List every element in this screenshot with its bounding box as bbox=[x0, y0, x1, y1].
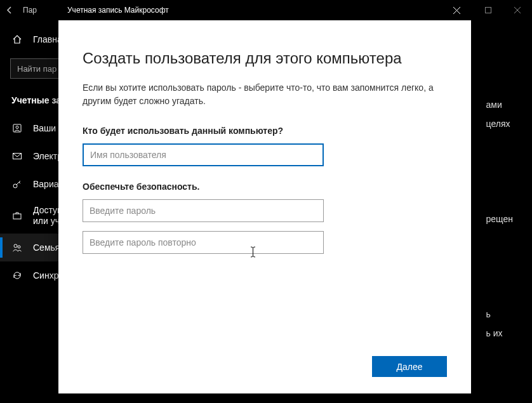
dialog-titlebar: Учетная запись Майкрософт bbox=[58, 0, 471, 20]
svg-point-5 bbox=[16, 126, 18, 129]
mail-icon bbox=[11, 150, 23, 162]
person-icon bbox=[11, 122, 23, 134]
close-button[interactable] bbox=[503, 0, 532, 20]
username-field[interactable] bbox=[83, 143, 324, 166]
key-icon bbox=[11, 178, 23, 190]
svg-rect-1 bbox=[486, 8, 491, 13]
settings-title: Пар bbox=[23, 6, 37, 15]
dialog-title: Учетная запись Майкрософт bbox=[67, 6, 169, 15]
security-label: Обеспечьте безопасность. bbox=[83, 182, 447, 192]
dialog-description: Если вы хотите использовать пароль - выб… bbox=[83, 81, 447, 108]
briefcase-icon bbox=[11, 210, 23, 221]
svg-point-9 bbox=[14, 244, 17, 248]
password-repeat-field[interactable] bbox=[83, 231, 324, 254]
background-content-fragments: ами целях рещен ь ь их bbox=[486, 95, 513, 343]
password-field[interactable] bbox=[83, 199, 324, 222]
maximize-button[interactable] bbox=[474, 0, 503, 20]
back-icon[interactable] bbox=[5, 6, 23, 15]
dialog-footer: Далее bbox=[58, 345, 471, 393]
home-icon bbox=[11, 34, 23, 45]
sidebar-item-label: Доступ или уч bbox=[33, 205, 62, 227]
dialog-heading: Создать пользователя для этого компьютер… bbox=[83, 50, 447, 67]
next-button[interactable]: Далее bbox=[372, 356, 447, 377]
microsoft-account-dialog: Учетная запись Майкрософт Создать пользо… bbox=[58, 0, 471, 393]
sidebar-home-label: Главна bbox=[33, 34, 62, 44]
sync-icon bbox=[11, 270, 23, 281]
people-icon bbox=[11, 242, 23, 253]
username-question: Кто будет использовать данный компьютер? bbox=[83, 126, 447, 136]
svg-rect-8 bbox=[13, 214, 21, 219]
svg-point-10 bbox=[18, 246, 20, 248]
dialog-close-button[interactable] bbox=[442, 0, 471, 20]
sidebar-item-label: Семья bbox=[33, 242, 60, 253]
search-placeholder: Найти пар bbox=[17, 64, 57, 74]
dialog-body: Создать пользователя для этого компьютер… bbox=[58, 20, 471, 345]
